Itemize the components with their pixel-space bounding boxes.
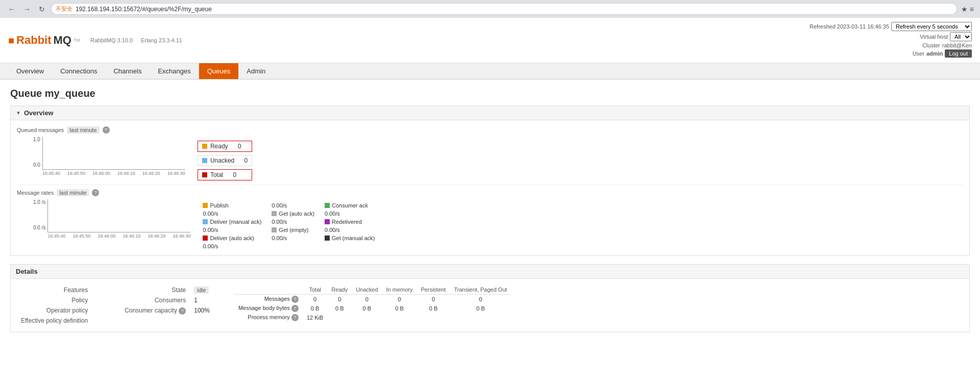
- stats-body-bytes-total: 0 B: [303, 304, 327, 313]
- details-right-col: Total Ready Unacked In memory Persistent…: [234, 285, 963, 326]
- body-bytes-help[interactable]: ?: [291, 305, 299, 312]
- stats-messages-label: Messages ?: [234, 295, 303, 304]
- collapse-arrow: ▼: [16, 110, 21, 116]
- get-auto-ack-dot: [272, 211, 277, 216]
- consumer-capacity-row: Consumer capacity ? 100%: [120, 305, 214, 316]
- stats-body-bytes-persistent: 0 B: [417, 304, 450, 313]
- url-text: 192.168.194.150:15672/#/queues/%2F/my_qu…: [76, 6, 212, 13]
- get-manual-ack-dot: [325, 236, 330, 241]
- effective-policy-value: [92, 316, 100, 326]
- message-rates-label: Message rates last minute ?: [17, 189, 963, 196]
- unacked-dot: [202, 158, 207, 163]
- stats-body-bytes-ready: 0 B: [327, 304, 352, 313]
- virtual-host-label: Virtual host: [920, 34, 948, 40]
- process-memory-help[interactable]: ?: [291, 314, 299, 321]
- refreshed-label: Refreshed 2023-03-11 16:46:35: [810, 23, 889, 30]
- legend-unacked-label: Unacked: [210, 157, 234, 164]
- rates-chart-y-max: 1.0 /s: [33, 199, 45, 205]
- queued-messages-help[interactable]: ?: [103, 126, 110, 134]
- idle-badge: idle: [194, 286, 209, 294]
- effective-policy-row: Effective policy definition: [17, 316, 100, 326]
- stats-col-ready: Ready: [327, 285, 352, 295]
- consumer-capacity-help[interactable]: ?: [179, 307, 186, 315]
- nav-overview[interactable]: Overview: [8, 63, 52, 79]
- features-value: [92, 285, 100, 295]
- legend-unacked: Unacked 0: [198, 155, 252, 166]
- consumers-row: Consumers 1: [120, 295, 214, 305]
- url-bar[interactable]: 不安全 192.168.194.150:15672/#/queues/%2F/m…: [51, 3, 957, 15]
- nav-channels[interactable]: Channels: [105, 63, 150, 79]
- operator-policy-row: Operator policy: [17, 305, 100, 316]
- rate-deliver-manual-label: Deliver (manual ack): [210, 219, 261, 225]
- rate-get-empty-value: 0.00/s: [325, 227, 375, 233]
- message-rates-help[interactable]: ?: [92, 189, 99, 196]
- message-rates-chart-wrapper: 1.0 /s 0.0 /s 16:45:40 16:45:50 16:46:00…: [33, 199, 190, 249]
- virtual-host-select[interactable]: All /: [950, 32, 972, 41]
- stats-process-memory-unacked: [352, 313, 382, 322]
- erlang-version: Erlang 23.3.4.11: [141, 37, 182, 43]
- stats-messages-ready: 0: [327, 295, 352, 304]
- user-label: User: [913, 50, 924, 57]
- stats-process-memory-ready: [327, 313, 352, 322]
- consumer-capacity-value: 100%: [190, 305, 214, 316]
- nav-exchanges[interactable]: Exchanges: [150, 63, 199, 79]
- logo: ■ RabbitMQTM: [8, 34, 80, 47]
- forward-button[interactable]: →: [21, 4, 33, 14]
- header-right: Refreshed 2023-03-11 16:46:35 Refresh ev…: [810, 22, 972, 59]
- rate-deliver-auto: Deliver (auto ack): [203, 235, 261, 241]
- stats-process-memory-persistent: [417, 313, 450, 322]
- back-button[interactable]: ←: [6, 4, 17, 14]
- cluster-label: Cluster: [922, 42, 940, 48]
- effective-policy-label: Effective policy definition: [17, 316, 92, 326]
- stats-messages-inmemory: 0: [382, 295, 417, 304]
- rate-consumer-ack-value: 0.00/s: [203, 211, 261, 217]
- nav-admin[interactable]: Admin: [238, 63, 274, 79]
- queued-messages-chart: [42, 137, 185, 170]
- legend-total: Total 0: [198, 169, 252, 180]
- logo-mq: MQ: [54, 34, 71, 47]
- overview-section-header[interactable]: ▼ Overview: [11, 106, 969, 120]
- ready-dot: [202, 144, 207, 149]
- stats-process-memory-total: 12 KiB: [303, 313, 327, 322]
- stats-col-empty: [234, 285, 303, 295]
- refresh-interval-select[interactable]: Refresh every 5 seconds Refresh every 10…: [891, 22, 972, 31]
- legend-unacked-value: 0: [237, 157, 248, 164]
- rates-legend: Publish 0.00/s Consumer ack 0.00/s Get (…: [203, 202, 375, 249]
- rate-deliver-auto-value: 0.00/s: [272, 235, 314, 241]
- rates-time-range-badge[interactable]: last minute: [57, 189, 89, 196]
- stats-col-unacked: Unacked: [352, 285, 382, 295]
- nav-connections[interactable]: Connections: [52, 63, 105, 79]
- legend-ready-label: Ready: [210, 143, 228, 150]
- rate-get-auto-ack-label: Get (auto ack): [279, 211, 314, 217]
- stats-process-memory-label: Process memory ?: [234, 313, 303, 322]
- policy-row: Policy: [17, 295, 100, 305]
- consumer-capacity-label: Consumer capacity ?: [120, 305, 190, 316]
- nav-queues[interactable]: Queues: [199, 63, 239, 79]
- message-rates-area: 1.0 /s 0.0 /s 16:45:40 16:45:50 16:46:00…: [17, 199, 963, 249]
- chart-y-min: 0.0: [33, 162, 40, 168]
- reload-button[interactable]: ↻: [37, 4, 47, 14]
- details-section-header[interactable]: Details: [11, 265, 969, 279]
- stats-table: Total Ready Unacked In memory Persistent…: [234, 285, 511, 322]
- logo-tm: TM: [74, 38, 80, 43]
- rate-deliver-auto-label: Deliver (auto ack): [210, 235, 254, 241]
- stats-messages-transient: 0: [450, 295, 511, 304]
- time-range-badge[interactable]: last minute: [67, 126, 99, 134]
- security-warning: 不安全: [56, 5, 72, 13]
- deliver-auto-dot: [203, 236, 208, 241]
- stats-process-memory-row: Process memory ? 12 KiB: [234, 313, 511, 322]
- messages-help[interactable]: ?: [291, 296, 299, 303]
- details-left-col: Features Policy Operator policy Eff: [17, 285, 100, 326]
- rate-publish-label: Publish: [210, 202, 228, 208]
- overview-section: ▼ Overview Queued messages last minute ?…: [10, 106, 970, 256]
- legend-ready-value: 0: [231, 143, 241, 150]
- user-value: admin: [926, 50, 943, 57]
- stats-col-persistent: Persistent: [417, 285, 450, 295]
- message-rates-chart: [47, 199, 190, 232]
- queued-messages-label: Queued messages last minute ?: [17, 126, 963, 134]
- stats-process-memory-transient: [450, 313, 511, 322]
- logout-button[interactable]: Log out: [945, 49, 972, 58]
- stats-col-inmemory: In memory: [382, 285, 417, 295]
- rate-get-manual-ack: Get (manual ack): [325, 235, 375, 241]
- features-label: Features: [17, 285, 92, 295]
